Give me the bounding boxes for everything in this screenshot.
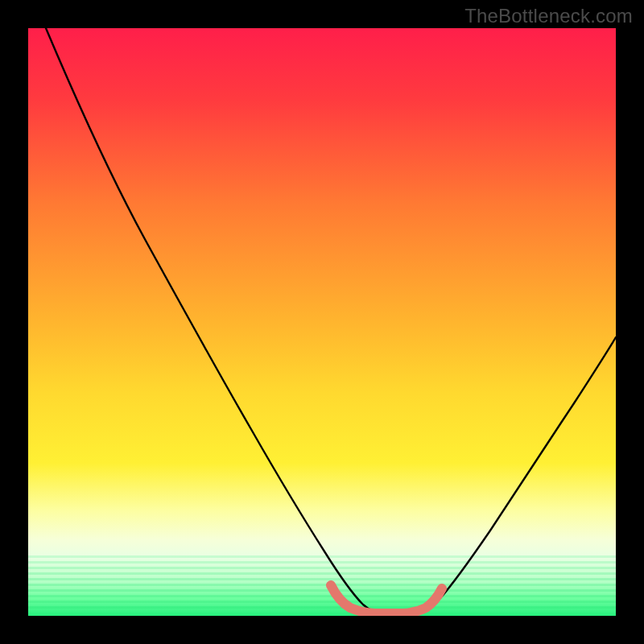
plot-area <box>28 28 616 616</box>
optimal-zone-marker <box>331 585 442 613</box>
curves-layer <box>28 28 616 616</box>
watermark-text: TheBottleneck.com <box>464 5 633 27</box>
bottleneck-curve <box>46 28 616 613</box>
chart-frame: TheBottleneck.com <box>0 0 644 644</box>
